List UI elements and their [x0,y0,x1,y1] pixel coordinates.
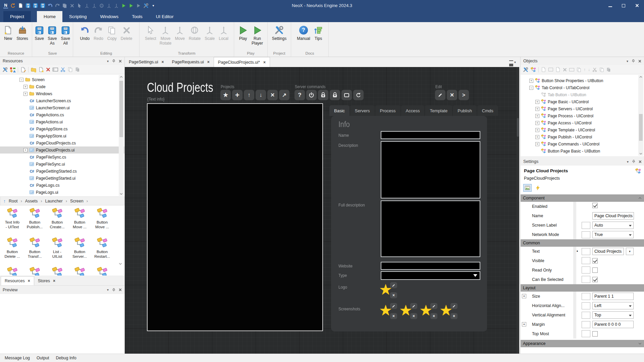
tab-list-menu-icon[interactable]: ▾ [509,57,519,67]
menu-tab-home[interactable]: Home [37,11,62,22]
tree-row[interactable]: C#PageFileSync.cs [0,154,124,161]
pin-icon[interactable] [631,59,635,63]
grid-item[interactable]: ButtonServer... [68,235,91,264]
expand-icon[interactable]: + [535,100,539,104]
tree-row[interactable]: C#PageCloudProjects.cs [0,139,124,146]
tree-row[interactable]: Button Page Basic - UIButton [521,147,644,155]
scrollbar-thumb[interactable] [517,118,519,137]
new-folder-icon[interactable]: ★ [31,67,36,72]
delete-icon[interactable] [46,67,50,72]
undo-button[interactable]: Undo [78,24,92,50]
new-object-icon[interactable] [555,67,560,72]
menu-tab-scripting[interactable]: Scripting [62,11,94,22]
move-down-button[interactable]: ↓ [256,90,266,100]
move-up-icon[interactable]: ↑ [584,67,586,72]
doc-tab-pagesettings[interactable]: PageSettings.ui× [125,57,168,67]
grid-item[interactable] [46,264,68,276]
save-all-icon[interactable] [39,2,46,9]
panel-menu-icon[interactable]: ▾ [107,59,109,63]
tree-row[interactable]: C#PageGettingStarted.cs [0,168,124,175]
name-field[interactable]: Page Cloud Projects [592,212,634,220]
copy-icon[interactable] [61,2,68,9]
edit-screenshot-button[interactable] [410,303,417,309]
ui-control-icon[interactable] [531,67,536,72]
expand-icon[interactable]: + [535,107,539,111]
tree-row[interactable]: C#PageAppStore.cs [0,125,124,132]
edit-icon[interactable] [541,67,546,72]
text-field[interactable]: Cloud Projects [592,248,624,255]
pin-icon[interactable] [112,288,116,292]
default-box[interactable] [582,321,590,328]
grid-item[interactable] [91,264,113,276]
doc-tab-pagecloudprojects[interactable]: PageCloudProjects.ui*× [214,57,270,67]
doc-tab-pagerequests[interactable]: PageRequests.ui× [168,57,214,67]
tips-button[interactable]: Tips [312,24,325,50]
move-rotate-icon[interactable] [83,2,91,9]
edit-screenshot-button[interactable] [390,303,397,309]
help-button[interactable]: ? [294,90,305,100]
category-component[interactable]: Component [521,194,644,202]
edit-logo-button[interactable] [390,282,397,288]
tab-basic[interactable]: Basic [329,105,350,116]
expand-icon[interactable]: + [23,92,28,96]
tree-row[interactable]: PageLogs.ui [0,189,124,196]
tree-row[interactable]: Tab Button - UIButton [521,91,644,98]
size-field[interactable]: Parent 1 1 [592,293,634,300]
duplicate-icon[interactable] [577,67,581,72]
play-button[interactable]: Play [236,24,250,50]
project-list-box[interactable] [147,103,323,331]
play-icon[interactable] [120,2,127,9]
redo-button[interactable]: Redo [92,24,105,50]
expand-icon[interactable]: + [535,142,539,146]
project-settings-button[interactable]: Settings [270,24,288,50]
add-button[interactable]: + [232,90,243,100]
lock-upload-button[interactable] [330,90,340,100]
delete-button[interactable]: × [447,90,457,100]
local-button[interactable]: Local [217,24,230,50]
read-only-checkbox[interactable] [592,267,598,273]
tree-row-selected[interactable]: +PageCloudProjects.ui [0,146,124,154]
expand-icon[interactable]: + [522,322,526,326]
move-rotate-button[interactable]: Move Rotate [158,24,173,50]
copy-icon[interactable] [599,67,604,72]
save-button[interactable]: Save [33,24,46,50]
paste-icon[interactable] [606,67,611,72]
delete-icon[interactable] [68,2,76,9]
grid-item[interactable]: ButtonMove ... [68,205,91,235]
save-all-button[interactable]: Save All [59,24,72,50]
scroll-up-icon[interactable] [638,196,642,200]
tree-row[interactable]: +Button Show Properties - UIButton [521,77,644,84]
default-box[interactable] [582,231,590,238]
redo-icon[interactable] [54,2,61,9]
expand-icon[interactable]: + [535,121,539,125]
expand-icon[interactable]: + [522,294,526,298]
top-most-checkbox[interactable] [592,331,598,337]
events-tab-button[interactable] [534,184,542,192]
website-input[interactable] [381,262,480,270]
tree-row[interactable]: +Page Servers - UIControl [521,105,644,112]
breadcrumb-root[interactable]: Root [9,199,17,203]
tab-access[interactable]: Access [401,105,425,116]
refresh-button[interactable] [353,90,364,100]
close-icon[interactable]: × [28,279,30,283]
close-icon[interactable] [119,288,122,291]
default-box[interactable] [582,293,590,300]
move-down-icon[interactable]: ↓ [588,67,590,72]
delete-button[interactable]: Delete [119,24,135,50]
screen-label-dropdown[interactable]: Auto [592,222,634,229]
rotate-icon[interactable] [98,2,105,9]
settings-wrench-icon[interactable] [523,67,528,72]
default-box[interactable] [582,302,590,309]
scrollbar-thumb[interactable] [119,81,123,137]
move-icon[interactable] [91,2,98,9]
grid-item[interactable]: ButtonDelete ... [1,235,23,264]
grid-item[interactable]: ButtonRestart... [91,235,113,264]
rotate-button[interactable]: Rotate [187,24,203,50]
edit-resource-icon[interactable] [20,67,26,72]
can-be-selected-checkbox[interactable] [592,277,598,282]
menu-tab-tools[interactable]: Tools [125,11,149,22]
settings-wrench-icon[interactable] [2,67,8,72]
rename-icon[interactable] [569,68,574,71]
tree-scrollbar[interactable] [119,75,124,196]
window-button[interactable] [341,90,352,100]
